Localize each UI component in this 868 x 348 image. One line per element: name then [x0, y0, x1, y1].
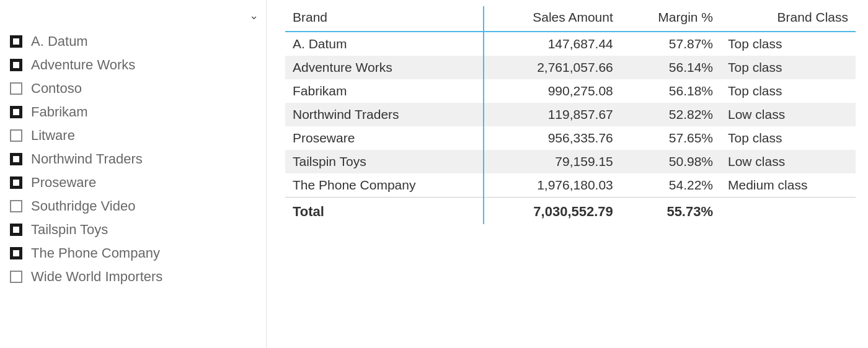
panel-header: ⌄: [5, 6, 266, 27]
brand-checkbox[interactable]: [10, 106, 22, 118]
table-cell: 57.87%: [621, 32, 720, 56]
brand-filter-item[interactable]: Southridge Video: [5, 194, 266, 218]
table-cell: Top class: [720, 79, 856, 103]
table-cell: Proseware: [285, 126, 484, 150]
brand-checkbox[interactable]: [10, 129, 22, 142]
table-row: Fabrikam990,275.0856.18%Top class: [285, 79, 856, 103]
brand-label: Northwind Traders: [31, 151, 143, 167]
table-cell: 56.18%: [621, 79, 720, 103]
brand-label: Southridge Video: [31, 198, 135, 214]
table-cell: Top class: [720, 56, 856, 79]
table-cell: 50.98%: [621, 150, 720, 173]
table-cell: 52.82%: [621, 103, 720, 126]
table-cell: 2,761,057.66: [484, 56, 621, 79]
brand-checkbox[interactable]: [10, 82, 22, 95]
table-cell: Medium class: [720, 173, 856, 198]
table-cell: Top class: [720, 32, 856, 56]
brand-label: Fabrikam: [31, 104, 88, 120]
table-header-brand: Brand: [285, 6, 484, 32]
table-row: The Phone Company1,976,180.0354.22%Mediu…: [285, 173, 856, 198]
brand-checkbox[interactable]: [10, 224, 22, 236]
table-cell: Fabrikam: [285, 79, 484, 103]
brand-label: Wide World Importers: [31, 269, 162, 285]
table-total-cell: 7,030,552.79: [484, 198, 621, 225]
table-cell: Low class: [720, 150, 856, 173]
brand-label: Proseware: [31, 175, 96, 191]
table-cell: The Phone Company: [285, 173, 484, 198]
table-header-margin-%: Margin %: [621, 6, 720, 32]
brand-filter-item[interactable]: Wide World Importers: [5, 265, 266, 289]
table-cell: Adventure Works: [285, 56, 484, 79]
table-total-cell: 55.73%: [621, 198, 720, 225]
brand-label: Adventure Works: [31, 57, 135, 73]
table-total-cell: Total: [285, 198, 484, 225]
table-header-sales-amount: Sales Amount: [484, 6, 621, 32]
brand-checkbox[interactable]: [10, 200, 22, 212]
brand-checkbox[interactable]: [10, 153, 22, 165]
brand-checkbox[interactable]: [10, 247, 22, 259]
table-total-cell: [720, 198, 856, 225]
brand-label: Tailspin Toys: [31, 222, 108, 238]
brand-filter-item[interactable]: Adventure Works: [5, 53, 266, 77]
table-row: Tailspin Toys79,159.1550.98%Low class: [285, 150, 856, 173]
brand-filter-item[interactable]: Fabrikam: [5, 100, 266, 124]
table-row: Adventure Works2,761,057.6656.14%Top cla…: [285, 56, 856, 79]
brand-data-table: BrandSales AmountMargin %Brand Class A. …: [285, 6, 856, 224]
table-cell: Tailspin Toys: [285, 150, 484, 173]
table-cell: 54.22%: [621, 173, 720, 198]
brand-checkbox[interactable]: [10, 35, 22, 48]
brand-checkbox[interactable]: [10, 271, 22, 283]
table-total-row: Total7,030,552.7955.73%: [285, 198, 856, 225]
table-cell: 119,857.67: [484, 103, 621, 126]
table-cell: Top class: [720, 126, 856, 150]
data-table-panel: BrandSales AmountMargin %Brand Class A. …: [267, 0, 868, 348]
table-cell: 990,275.08: [484, 79, 621, 103]
brand-filter-item[interactable]: The Phone Company: [5, 241, 266, 265]
table-header-brand-class: Brand Class: [720, 6, 856, 32]
table-row: A. Datum147,687.4457.87%Top class: [285, 32, 856, 56]
brand-checkbox[interactable]: [10, 59, 22, 71]
brand-label: The Phone Company: [31, 245, 160, 261]
brand-label: A. Datum: [31, 33, 88, 50]
table-row: Northwind Traders119,857.6752.82%Low cla…: [285, 103, 856, 126]
table-cell: Northwind Traders: [285, 103, 484, 126]
table-cell: 56.14%: [621, 56, 720, 79]
table-cell: 79,159.15: [484, 150, 621, 173]
brand-label: Litware: [31, 128, 75, 144]
brand-filter-item[interactable]: Litware: [5, 124, 266, 147]
brand-label: Contoso: [31, 80, 82, 97]
brand-list: A. DatumAdventure WorksContosoFabrikamLi…: [5, 30, 266, 289]
brand-filter-item[interactable]: Proseware: [5, 171, 266, 194]
brand-checkbox[interactable]: [10, 176, 22, 189]
dropdown-arrow-icon[interactable]: ⌄: [249, 9, 259, 22]
table-row: Proseware956,335.7657.65%Top class: [285, 126, 856, 150]
brand-filter-item[interactable]: Contoso: [5, 77, 266, 100]
brand-filter-item[interactable]: Tailspin Toys: [5, 218, 266, 241]
table-cell: 57.65%: [621, 126, 720, 150]
table-cell: A. Datum: [285, 32, 484, 56]
table-cell: 1,976,180.03: [484, 173, 621, 198]
table-cell: Low class: [720, 103, 856, 126]
table-cell: 956,335.76: [484, 126, 621, 150]
brand-filter-item[interactable]: A. Datum: [5, 30, 266, 53]
table-cell: 147,687.44: [484, 32, 621, 56]
brand-slicer-panel: ⌄ A. DatumAdventure WorksContosoFabrikam…: [0, 0, 267, 348]
brand-filter-item[interactable]: Northwind Traders: [5, 147, 266, 171]
